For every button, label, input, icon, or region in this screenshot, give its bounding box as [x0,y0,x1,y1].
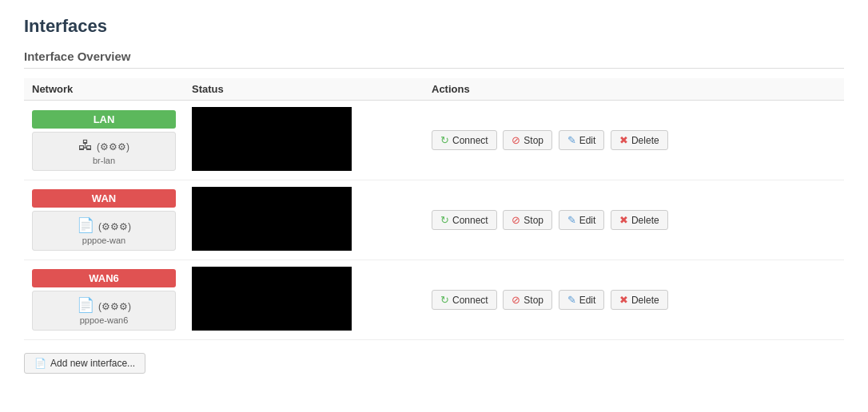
connect-icon: ↻ [440,294,449,306]
table-row: LAN 🖧 (⚙⚙⚙) br-lan ↻ Connect ⊘ Stop ✎ Ed… [24,101,844,180]
delete-label: Delete [631,215,659,226]
status-cell-wan [184,180,424,260]
status-block-wan [192,187,352,251]
network-cell-lan: LAN 🖧 (⚙⚙⚙) br-lan [24,101,184,180]
stop-icon: ⊘ [512,214,520,226]
interface-table: Network Status Actions LAN 🖧 (⚙⚙⚙) br-la… [24,78,844,340]
col-actions: Actions [424,78,844,101]
add-interface-button[interactable]: 📄 Add new interface... [24,353,145,374]
status-block-lan [192,107,352,171]
edit-label: Edit [579,295,596,306]
stop-label: Stop [524,215,543,226]
add-icon: 📄 [34,358,46,369]
connect-label: Connect [452,295,488,306]
edit-icon: ✎ [567,214,576,226]
connect-button-wan6[interactable]: ↻ Connect [432,290,497,310]
network-info-wan6: 📄 (⚙⚙⚙) pppoe-wan6 [32,291,176,331]
stop-icon: ⊘ [512,294,520,306]
delete-icon: ✖ [619,134,628,146]
edit-label: Edit [579,135,596,146]
network-info-wan: 📄 (⚙⚙⚙) pppoe-wan [32,211,176,251]
actions-cell-wan: ↻ Connect ⊘ Stop ✎ Edit ✖ Delete [424,180,844,260]
connect-button-wan[interactable]: ↻ Connect [432,210,497,230]
edit-label: Edit [579,215,596,226]
page-container: Interfaces Interface Overview Network St… [0,0,868,412]
delete-button-lan[interactable]: ✖ Delete [611,130,668,150]
network-label-wan6: pppoe-wan6 [39,315,169,325]
network-label-wan: pppoe-wan [39,236,169,245]
network-cell-wan6: WAN6 📄 (⚙⚙⚙) pppoe-wan6 [24,260,184,340]
connect-button-lan[interactable]: ↻ Connect [432,130,497,150]
delete-label: Delete [631,295,659,306]
connect-label: Connect [452,135,488,146]
table-row: WAN6 📄 (⚙⚙⚙) pppoe-wan6 ↻ Connect ⊘ Stop… [24,260,844,340]
stop-icon: ⊘ [512,134,520,146]
delete-button-wan[interactable]: ✖ Delete [611,210,668,230]
network-info-lan: 🖧 (⚙⚙⚙) br-lan [32,132,176,171]
edit-button-wan6[interactable]: ✎ Edit [559,290,605,310]
col-network: Network [24,78,184,101]
delete-icon: ✖ [619,294,628,306]
stop-button-lan[interactable]: ⊘ Stop [503,130,552,150]
stop-button-wan[interactable]: ⊘ Stop [503,210,552,230]
page-title: Interfaces [24,16,844,37]
status-block-wan6 [192,267,352,331]
actions-cell-lan: ↻ Connect ⊘ Stop ✎ Edit ✖ Delete [424,101,844,180]
stop-label: Stop [524,295,543,306]
connect-icon: ↻ [440,134,449,146]
connect-icon: ↻ [440,214,449,226]
edit-button-wan[interactable]: ✎ Edit [559,210,605,230]
network-cell-wan: WAN 📄 (⚙⚙⚙) pppoe-wan [24,180,184,260]
edit-icon: ✎ [567,134,576,146]
delete-icon: ✖ [619,214,628,226]
status-cell-lan [184,101,424,180]
network-icon-wan: 📄 (⚙⚙⚙) [39,216,169,234]
add-interface-label: Add new interface... [50,358,135,369]
stop-button-wan6[interactable]: ⊘ Stop [503,290,552,310]
table-row: WAN 📄 (⚙⚙⚙) pppoe-wan ↻ Connect ⊘ Stop ✎… [24,180,844,260]
connect-label: Connect [452,215,488,226]
edit-button-lan[interactable]: ✎ Edit [559,130,605,150]
network-label-lan: br-lan [39,156,169,165]
actions-cell-wan6: ↻ Connect ⊘ Stop ✎ Edit ✖ Delete [424,260,844,340]
stop-label: Stop [524,135,543,146]
network-icon-wan6: 📄 (⚙⚙⚙) [39,296,169,314]
delete-label: Delete [631,135,659,146]
network-icon-lan: 🖧 (⚙⚙⚙) [39,137,169,154]
status-cell-wan6 [184,260,424,340]
delete-button-wan6[interactable]: ✖ Delete [611,290,668,310]
network-badge-wan: WAN [32,189,176,208]
edit-icon: ✎ [567,294,576,306]
network-badge-lan: LAN [32,110,176,129]
section-title: Interface Overview [24,50,844,69]
network-badge-wan6: WAN6 [32,269,176,287]
col-status: Status [184,78,424,101]
